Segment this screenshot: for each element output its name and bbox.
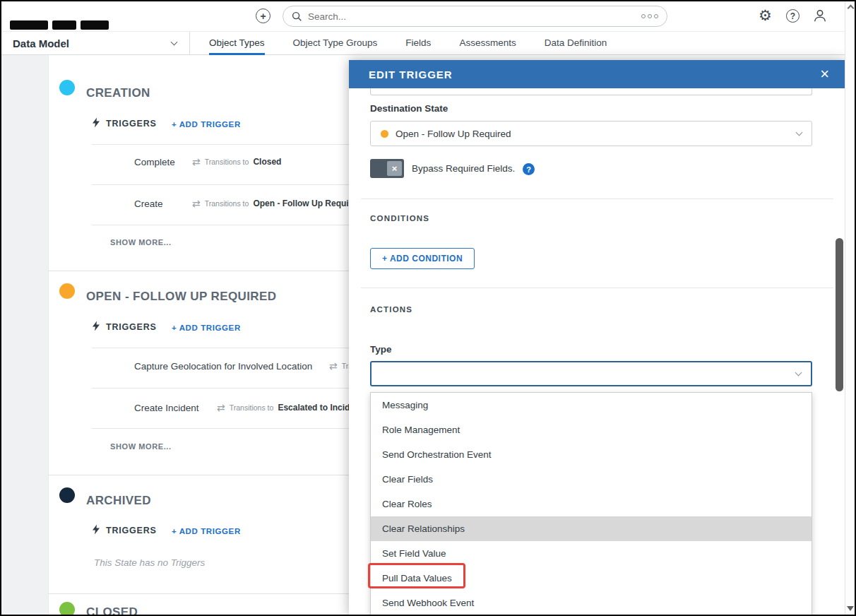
option-clear-roles[interactable]: Clear Roles xyxy=(371,492,812,516)
lightning-bolt-icon xyxy=(93,321,100,331)
tab-label: Fields xyxy=(405,37,431,48)
logo-fragment xyxy=(52,20,76,30)
option-clear-relationships[interactable]: Clear Relationships xyxy=(371,516,812,541)
help-glyph: ? xyxy=(790,11,795,21)
scroll-up-arrow[interactable] xyxy=(848,5,855,12)
scroll-down-arrow[interactable] xyxy=(847,606,854,611)
option-pull-data-values[interactable]: Pull Data Values xyxy=(371,566,812,591)
active-tab-underline xyxy=(209,53,265,55)
state-title-creation: CREATION xyxy=(86,86,150,100)
chevron-down-icon xyxy=(795,369,802,377)
create-plus-icon[interactable]: + xyxy=(256,8,271,23)
tab-label: Data Definition xyxy=(545,37,607,48)
lightning-bolt-icon xyxy=(93,524,100,535)
search-icon xyxy=(292,11,302,22)
state-color-dot-open xyxy=(59,283,75,299)
state-dot-icon xyxy=(381,130,388,138)
close-icon[interactable]: × xyxy=(820,67,829,81)
tab-fields[interactable]: Fields xyxy=(405,32,431,55)
settings-gear-icon[interactable]: ⚙ xyxy=(759,8,772,23)
show-more-link[interactable]: SHOW MORE... xyxy=(110,442,172,451)
help-icon[interactable]: ? xyxy=(786,9,799,23)
option-role-management[interactable]: Role Management xyxy=(371,417,812,442)
transition-prefix: Transitions to xyxy=(205,199,249,208)
trigger-row-name[interactable]: Complete xyxy=(134,157,175,167)
actions-heading: ACTIONS xyxy=(370,305,412,314)
module-selector[interactable]: Data Model xyxy=(13,32,69,55)
tab-object-type-groups[interactable]: Object Type Groups xyxy=(293,32,378,55)
tab-object-types[interactable]: Object Types xyxy=(209,32,265,55)
state-title-archived: ARCHIVED xyxy=(86,494,151,508)
partial-input-cut-off[interactable] xyxy=(370,88,812,95)
trigger-row-name[interactable]: Create Incident xyxy=(134,403,199,413)
user-profile-icon[interactable] xyxy=(812,8,828,23)
logo-fragment xyxy=(10,20,48,30)
add-trigger-link[interactable]: + ADD TRIGGER xyxy=(172,120,241,129)
app-window: + ⚙ ? Data Model Object Types Object Typ… xyxy=(0,0,856,616)
triggers-heading: TRIGGERS xyxy=(106,322,157,332)
divider xyxy=(92,144,349,145)
triggers-heading: TRIGGERS xyxy=(106,526,157,535)
transition-arrows-icon: ⇄ xyxy=(192,156,201,167)
option-messaging[interactable]: Messaging xyxy=(371,393,812,417)
option-clear-fields[interactable]: Clear Fields xyxy=(371,467,812,492)
add-condition-button[interactable]: + ADD CONDITION xyxy=(370,248,475,269)
transition-arrows-icon: ⇄ xyxy=(192,198,201,209)
bypass-required-fields-label: Bypass Required Fields. xyxy=(412,163,515,174)
state-color-dot-archived xyxy=(59,487,75,503)
action-type-dropdown: Messaging Role Management Send Orchestra… xyxy=(370,392,812,616)
search-more-icon[interactable] xyxy=(641,14,658,18)
trigger-row-name[interactable]: Capture Geolocation for Involved Locatio… xyxy=(134,361,312,372)
edit-trigger-modal: EDIT TRIGGER × Destination State Open - … xyxy=(349,60,845,616)
state-color-dot-creation xyxy=(59,80,75,95)
divider xyxy=(92,184,349,185)
chevron-down-icon xyxy=(796,129,803,136)
option-set-field-value[interactable]: Set Field Value xyxy=(371,541,812,566)
toggle-off-x-icon: × xyxy=(387,161,402,176)
divider xyxy=(361,199,833,199)
add-trigger-link[interactable]: + ADD TRIGGER xyxy=(172,324,241,332)
trigger-transition: ⇄ Transitions to Open - Follow Up Requir… xyxy=(192,198,362,209)
content-scrollbar-thumb[interactable] xyxy=(836,238,843,391)
top-bar: + ⚙ ? xyxy=(0,0,856,32)
trigger-row-name[interactable]: Create xyxy=(134,199,163,209)
transition-arrows-icon: ⇄ xyxy=(217,402,225,413)
lightning-bolt-icon xyxy=(93,117,100,128)
modal-title: EDIT TRIGGER xyxy=(369,69,453,81)
transition-prefix: Transitions to xyxy=(230,403,274,412)
transition-destination: Closed xyxy=(253,157,281,167)
tab-label: Object Types xyxy=(209,37,265,48)
destination-state-select[interactable]: Open - Follow Up Required xyxy=(370,121,812,146)
option-send-webhook-event[interactable]: Send Webhook Event xyxy=(371,591,812,615)
show-more-link[interactable]: SHOW MORE... xyxy=(110,238,172,247)
state-title-open: OPEN - FOLLOW UP REQUIRED xyxy=(86,290,276,304)
logo-fragment xyxy=(81,20,109,30)
conditions-heading: CONDITIONS xyxy=(370,214,429,223)
add-trigger-link[interactable]: + ADD TRIGGER xyxy=(172,527,241,535)
divider xyxy=(361,288,833,288)
search-input[interactable] xyxy=(308,11,641,22)
divider xyxy=(92,428,349,429)
action-type-select[interactable] xyxy=(370,361,812,386)
tab-label: Assessments xyxy=(459,37,516,48)
divider xyxy=(92,388,349,389)
transition-destination: Open - Follow Up Required xyxy=(253,199,362,208)
triggers-heading: TRIGGERS xyxy=(106,119,157,129)
tab-data-definition[interactable]: Data Definition xyxy=(545,32,607,55)
transition-prefix: Transitions to xyxy=(205,158,249,166)
nav-tabs: Object Types Object Type Groups Fields A… xyxy=(209,32,607,55)
trigger-transition: ⇄ Transitions to Closed xyxy=(192,156,281,167)
tab-label: Object Type Groups xyxy=(293,37,378,48)
divider xyxy=(92,225,349,225)
state-title-closed: CLOSED xyxy=(86,605,138,616)
plus-glyph: + xyxy=(260,11,266,22)
modal-header: EDIT TRIGGER × xyxy=(349,60,845,88)
tab-assessments[interactable]: Assessments xyxy=(459,32,516,55)
nav-bar: Data Model Object Types Object Type Grou… xyxy=(0,32,856,55)
page-scrollbar[interactable] xyxy=(845,0,856,616)
chevron-down-icon[interactable] xyxy=(171,39,178,46)
global-search[interactable] xyxy=(283,6,667,27)
bypass-help-icon[interactable]: ? xyxy=(523,163,535,175)
option-send-orchestration-event[interactable]: Send Orchestration Event xyxy=(371,442,812,467)
bypass-required-fields-toggle[interactable]: × xyxy=(370,159,404,178)
